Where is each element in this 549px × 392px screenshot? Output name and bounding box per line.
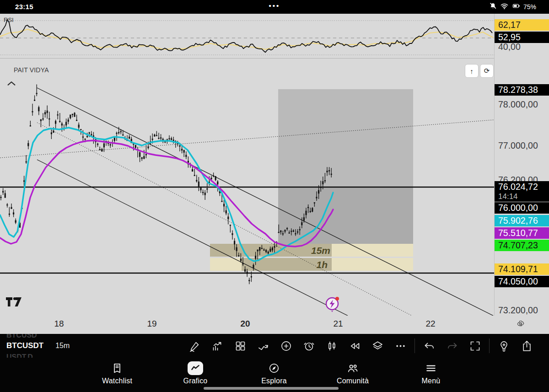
time-axis[interactable]: 1819202122 [0, 316, 549, 334]
nav-label: Grafico [183, 377, 208, 385]
rsi-pane[interactable]: RSI [0, 14, 494, 58]
ideas-tool-button[interactable] [496, 338, 511, 354]
watchlist-icon [110, 361, 124, 375]
community-icon [346, 361, 360, 375]
patterns-tool-button[interactable] [255, 338, 271, 354]
flash-event-badge-icon[interactable] [323, 294, 342, 316]
replay-icon [349, 340, 361, 352]
price-label: 75.510,77 [495, 227, 549, 239]
fullscreen-icon [469, 340, 481, 352]
bars-tool-button[interactable] [324, 338, 339, 354]
symbol-interval-button[interactable]: BTCUSDT 15m [6, 341, 70, 350]
share-icon [521, 340, 533, 352]
status-menu-dots[interactable]: ••• [0, 2, 549, 10]
zone-label-1h: 1h [316, 259, 328, 270]
scroll-to-recent-button[interactable]: ↑ [465, 64, 479, 78]
add-tool-button[interactable] [278, 338, 294, 354]
symbol-label[interactable]: BTCUSDT [6, 341, 43, 350]
time-tick-label: 21 [333, 319, 343, 329]
ideas-icon [498, 340, 510, 352]
chart-settings-gear-icon[interactable] [516, 319, 525, 330]
price-label: 76.000,00 [495, 202, 549, 214]
indicators-icon [211, 340, 224, 352]
toolbar-separator [414, 338, 415, 353]
layouts-tool-button[interactable] [232, 338, 248, 354]
nav-label: Esplora [261, 377, 287, 385]
replay-tool-button[interactable] [347, 338, 362, 354]
up-arrow-icon: ↑ [470, 67, 474, 75]
trading-app-screen: 23:15 ••• 75% RSI 15m1h PAIT VIDYA ↑ ⟳ U… [0, 0, 549, 392]
wifi-icon [500, 2, 509, 12]
symbol-list-next[interactable]: USDT.D [6, 353, 33, 358]
nav-item-men[interactable]: Menù [404, 361, 458, 385]
patterns-icon [257, 340, 269, 352]
alerts-tool-button[interactable] [301, 338, 317, 354]
chevron-up-icon[interactable] [6, 80, 16, 88]
symbol-list-prev[interactable]: BTCUSD [6, 334, 37, 339]
time-tick-label: 22 [425, 319, 435, 329]
undo-icon [423, 340, 436, 352]
status-bar: 23:15 ••• 75% [0, 0, 549, 14]
toolbar-separator [489, 338, 490, 353]
time-tick-label: 19 [147, 319, 156, 329]
explore-icon [267, 361, 281, 375]
more-tool-button[interactable] [393, 338, 408, 354]
alerts-icon [303, 340, 315, 352]
price-label: 52,95 [495, 32, 549, 43]
bottom-nav: WatchlistGraficoEsploraComunitàMenù [0, 358, 549, 392]
nav-item-comunit[interactable]: Comunità [325, 361, 380, 385]
price-label: 78.278,38 [495, 84, 549, 96]
price-label: 62,17 [495, 19, 549, 31]
menu-icon [424, 361, 438, 375]
undo-tool-button[interactable] [421, 338, 437, 354]
redo-icon [446, 340, 458, 352]
share-tool-button[interactable] [519, 338, 534, 354]
bell-muted-icon [489, 2, 497, 12]
price-label: 75.902,76 [495, 215, 549, 226]
battery-percent: 75% [523, 3, 536, 11]
objects-tool-button[interactable] [370, 338, 385, 354]
price-label: 74.050,00 [495, 276, 549, 287]
vidya-indicator-label[interactable]: PAIT VIDYA [14, 66, 49, 74]
fullscreen-tool-button[interactable] [467, 338, 483, 354]
time-tick-label: 18 [54, 319, 64, 329]
rsi-chart[interactable] [0, 14, 494, 58]
nav-item-grafico[interactable]: Grafico [168, 361, 223, 385]
nav-label: Menù [422, 377, 441, 385]
price-label-time: 14:14 [498, 192, 548, 201]
draw-tool-button[interactable] [187, 338, 202, 354]
nav-item-esplora[interactable]: Esplora [247, 361, 301, 385]
tradingview-logo-icon[interactable] [5, 296, 22, 309]
price-label: 74.707,23 [495, 240, 549, 251]
battery-icon [511, 2, 521, 12]
axis-tick-label: 73.200,00 [495, 305, 549, 316]
zone-label-15m: 15m [311, 245, 330, 256]
indicators-tool-button[interactable] [210, 338, 225, 354]
objects-icon [371, 340, 384, 352]
rsi-indicator-label[interactable]: RSI [4, 16, 14, 23]
home-indicator[interactable] [204, 387, 339, 390]
bars-icon [326, 340, 338, 352]
drawing-tools-row [183, 334, 538, 358]
sync-icon: ⟳ [484, 67, 490, 75]
main-chart-pane[interactable]: 15m1h PAIT VIDYA [0, 58, 494, 316]
nav-label: Watchlist [102, 377, 132, 385]
redo-tool-button [444, 338, 460, 354]
axis-tick-label: 78.000,00 [495, 99, 549, 110]
sync-button[interactable]: ⟳ [480, 64, 494, 78]
more-icon [394, 340, 407, 352]
time-tick-label: 20 [240, 319, 250, 329]
chart-toolbar: BTCUSD BTCUSDT 15m USDT.D [0, 334, 549, 358]
nav-label: Comunità [337, 377, 369, 385]
draw-icon [188, 340, 201, 352]
interval-label[interactable]: 15m [55, 342, 70, 350]
layouts-icon [234, 340, 247, 352]
price-label: 74.109,71 [495, 263, 549, 275]
price-axis[interactable]: 62,1752,9540,0078.278,3878.000,0077.000,… [494, 14, 549, 316]
nav-item-watchlist[interactable]: Watchlist [90, 361, 145, 385]
price-chart[interactable]: 15m1h [0, 58, 494, 316]
axis-tick-label: 77.000,00 [495, 140, 549, 151]
price-label: 76.024,7214:14 [495, 181, 549, 202]
chart-icon [188, 361, 203, 375]
add-icon [280, 340, 292, 352]
